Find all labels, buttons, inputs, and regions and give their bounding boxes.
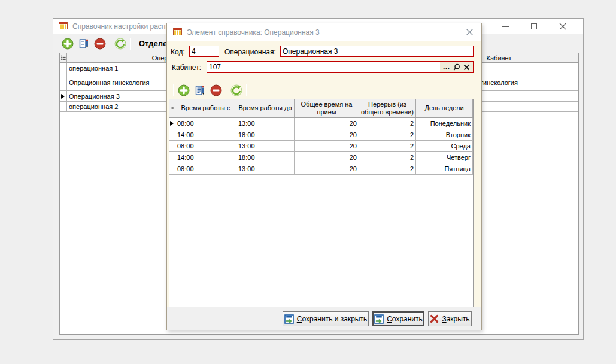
table-icon: [59, 21, 68, 32]
save-and-close-button[interactable]: Сохранить и закрыть: [283, 311, 369, 326]
row-indicator: [169, 129, 175, 140]
cell-weekday[interactable]: Четверг: [416, 152, 473, 163]
column-header-time-to[interactable]: Время работы до: [236, 99, 295, 117]
current-row-marker-icon: [170, 121, 174, 126]
plus-circle-icon: [178, 84, 190, 96]
close-dialog-button[interactable]: Закрыть: [428, 311, 472, 326]
schedule-row[interactable]: 08:00 13:00 20 2 Пятница: [169, 163, 473, 175]
dialog-titlebar[interactable]: Элемент справочника: Операционная 3: [167, 23, 481, 41]
window-controls: [491, 19, 583, 34]
cell-break[interactable]: 2: [359, 118, 416, 129]
name-input[interactable]: [280, 46, 474, 57]
plus-circle-icon: [62, 38, 74, 50]
column-header-time-from[interactable]: Время работы с: [175, 99, 236, 117]
row-indicator: [169, 152, 175, 163]
table-icon: [173, 27, 182, 38]
row-indicator: [60, 102, 67, 111]
grid-menu-icon: [61, 55, 66, 60]
cell-weekday[interactable]: Понедельник: [416, 118, 473, 129]
refresh-schedule-button[interactable]: [230, 84, 242, 96]
cell-total[interactable]: 20: [295, 152, 359, 163]
cell-time-from[interactable]: 14:00: [175, 129, 236, 140]
close-icon: [466, 28, 474, 36]
edit-button[interactable]: [77, 37, 90, 50]
row-indicator: [169, 141, 175, 151]
toolbar-separator: [57, 38, 57, 50]
save-icon: [374, 314, 384, 324]
cell-break[interactable]: 2: [359, 152, 416, 163]
cabinet-label: Кабинет:: [172, 63, 201, 72]
lookup-ellipsis-button[interactable]: …: [441, 62, 451, 72]
toolbar-separator: [246, 84, 247, 96]
cell-weekday[interactable]: Среда: [416, 141, 473, 151]
refresh-icon: [114, 38, 126, 50]
close-icon: [559, 23, 566, 30]
cell-time-from[interactable]: 08:00: [175, 163, 236, 174]
schedule-row[interactable]: 14:00 18:00 20 2 Вторник: [169, 129, 473, 141]
cell-time-to[interactable]: 13:00: [236, 118, 295, 129]
cell-time-to[interactable]: 13:00: [236, 163, 295, 174]
cell-weekday[interactable]: Пятница: [416, 163, 473, 174]
cell-break[interactable]: 2: [359, 163, 416, 174]
cabinet-input[interactable]: [207, 62, 440, 72]
dialog-button-bar: Сохранить и закрыть Сохранить Закрыть: [167, 307, 481, 330]
cell-total[interactable]: 20: [295, 163, 359, 174]
add-schedule-button[interactable]: [177, 84, 190, 96]
row-indicator-header[interactable]: [169, 99, 175, 117]
cell-time-from[interactable]: 08:00: [175, 141, 236, 151]
cell-time-to[interactable]: 18:00: [236, 152, 295, 163]
clear-x-icon: [463, 64, 470, 71]
dialog-close-button[interactable]: [457, 23, 481, 41]
maximize-icon: [531, 23, 537, 29]
dialog-toolbar: [167, 81, 481, 99]
refresh-icon: [230, 84, 242, 96]
row-indicator: [60, 74, 67, 90]
maximize-button[interactable]: [520, 19, 548, 34]
cell-time-to[interactable]: 18:00: [236, 129, 295, 140]
cell-time-from[interactable]: 08:00: [175, 118, 236, 129]
schedule-grid: Время работы с Время работы до Общее вре…: [169, 99, 474, 307]
column-header-break[interactable]: Перерыв (из общего времени): [359, 99, 416, 117]
toolbar-separator: [130, 38, 131, 50]
cabinet-lookup-field: …: [207, 61, 474, 73]
add-button[interactable]: [61, 37, 74, 50]
cell-total[interactable]: 20: [295, 141, 359, 151]
toolbar-separator: [226, 84, 226, 96]
directory-item-dialog: Элемент справочника: Операционная 3 Код:…: [166, 23, 482, 330]
save-button[interactable]: Сохранить: [372, 311, 424, 326]
column-header-weekday[interactable]: День недели: [416, 99, 473, 117]
toolbar-separator: [110, 38, 110, 50]
cell-total[interactable]: 20: [295, 118, 359, 129]
save-icon: [284, 314, 294, 324]
desktop: Справочник настройки расписания: [0, 0, 616, 364]
dialog-title: Элемент справочника: Операционная 3: [187, 28, 320, 37]
delete-button[interactable]: [93, 37, 106, 50]
lookup-search-button[interactable]: [451, 62, 462, 72]
row-indicator-header[interactable]: [60, 53, 67, 62]
cell-time-to[interactable]: 13:00: [236, 141, 295, 151]
current-row-marker-icon: [61, 94, 65, 99]
refresh-button[interactable]: [114, 37, 126, 50]
delete-schedule-button[interactable]: [210, 84, 222, 96]
cell-time-from[interactable]: 14:00: [175, 152, 236, 163]
document-pencil-icon: [78, 38, 89, 49]
code-label: Код:: [171, 48, 185, 56]
column-header-total-time[interactable]: Общее время на прием: [295, 99, 359, 117]
minimize-icon: [502, 26, 509, 27]
document-pencil-icon: [195, 85, 205, 96]
schedule-row[interactable]: 08:00 13:00 20 2 Среда: [169, 141, 473, 152]
lookup-clear-button[interactable]: [462, 62, 472, 72]
cell-total[interactable]: 20: [295, 129, 359, 140]
minus-circle-icon: [210, 84, 222, 96]
cell-break[interactable]: 2: [359, 141, 416, 151]
row-indicator: [169, 163, 175, 174]
close-button[interactable]: [548, 19, 577, 34]
cell-break[interactable]: 2: [359, 129, 416, 140]
edit-schedule-button[interactable]: [193, 84, 206, 96]
grid-header: Время работы с Время работы до Общее вре…: [169, 99, 473, 118]
cell-weekday[interactable]: Вторник: [416, 129, 473, 140]
schedule-row[interactable]: 14:00 18:00 20 2 Четверг: [169, 152, 473, 163]
minimize-button[interactable]: [491, 19, 520, 34]
code-input[interactable]: [189, 46, 219, 57]
schedule-row-current[interactable]: 08:00 13:00 20 2 Понедельник: [169, 118, 473, 129]
